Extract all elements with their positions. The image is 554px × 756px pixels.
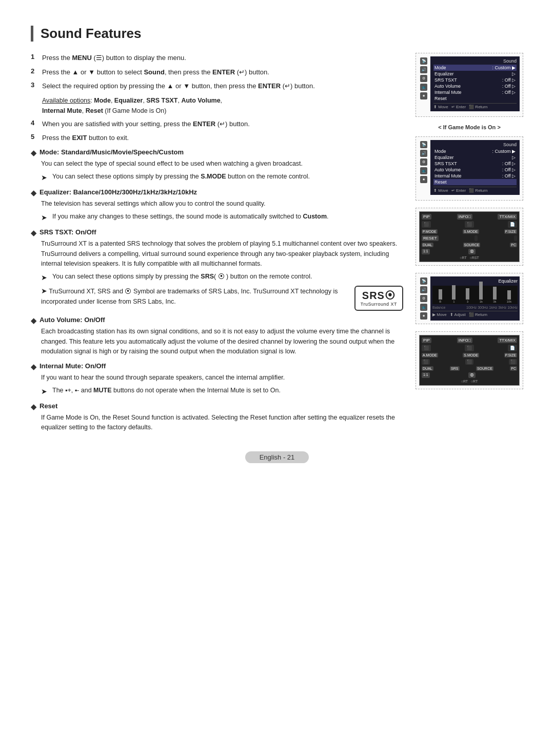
srs-inline-block: ➤ TruSurround XT, SRS and ⦿ Symbol are t… [41, 286, 403, 311]
tv-icon-5: ★ [420, 92, 427, 100]
step-3: 3 Select the required option by pressing… [31, 81, 403, 91]
step-1: 1 Press the MENU (☰) button to display t… [31, 53, 403, 63]
bullet-auto-volume: ◆ Auto Volume: On/Off Each broadcasting … [31, 316, 403, 356]
bullet-equalizer: ◆ Equalizer: Balance/100Hz/300Hz/1kHz/3k… [31, 188, 403, 223]
arrow-srs1: ➤ You can select these options simply by… [41, 272, 403, 283]
arrow-mute: ➤ The ▪+, ▪- and MUTE buttons do not ope… [41, 386, 403, 397]
tv-panel-sound-game: 📡 🔊 ⚙ 📺 ★ Sound Mode: Custom ▶ Equalizer… [416, 136, 523, 201]
tv-icon-1: 📡 [420, 57, 427, 65]
tv-icon-g1: 📡 [420, 141, 427, 148]
tv-panel-sound: 📡 🔊 ⚙ 📺 ★ Sound Mode: Custom ▶ Equalizer… [416, 53, 523, 117]
available-options: Available options: Mode, Equalizer, SRS … [42, 95, 403, 116]
bullet-reset: ◆ Reset If Game Mode is On, the Reset So… [31, 402, 403, 433]
step-2: 2 Press the ▲ or ▼ button to select Soun… [31, 67, 403, 77]
step-4: 4 When you are satisfied with your setti… [31, 119, 403, 129]
arrow-smode: ➤ You can select these options simply by… [41, 172, 403, 183]
footer: English - 21 [31, 451, 523, 463]
tv-icon-3: ⚙ [420, 75, 427, 82]
if-game-mode-label: < If Game Mode is On > [416, 124, 523, 130]
srs-logo: SRS⦿ TruSurround XT [354, 286, 403, 311]
tv-icon-g5: ★ [420, 176, 427, 183]
arrow-equalizer: ➤ If you make any changes to these setti… [41, 212, 403, 223]
tv-icon-2: 🔊 [420, 66, 427, 73]
page-title: Sound Features [31, 26, 523, 42]
bullet-srs: ◆ SRS TSXT: On/Off TruSurround XT is a p… [31, 228, 403, 311]
remote-panel-1: PIP INFO□ TTX/MIX ⬛ ⬛ 📄 P.MODE S.MODE P.… [416, 208, 523, 266]
tv-icon-g4: 📺 [420, 167, 427, 174]
tv-icon-g3: ⚙ [420, 158, 427, 166]
step-5: 5 Press the EXIT button to exit. [31, 133, 403, 143]
remote-panel-2: PIP INFO□ TTX/MIX ⬛ ⬛ 📄 A.MODE S.MODE P.… [416, 331, 523, 389]
eq-panel: 📡 🔊 ⚙ 📺 ★ Equalizer B [416, 273, 523, 324]
bullet-internal-mute: ◆ Internal Mute: On/Off If you want to h… [31, 362, 403, 397]
tv-icon-g2: 🔊 [420, 150, 427, 157]
footer-label: English - 21 [245, 451, 309, 463]
tv-icon-4: 📺 [420, 84, 427, 91]
bullet-mode: ◆ Mode: Standard/Music/Movie/Speech/Cust… [31, 148, 403, 183]
